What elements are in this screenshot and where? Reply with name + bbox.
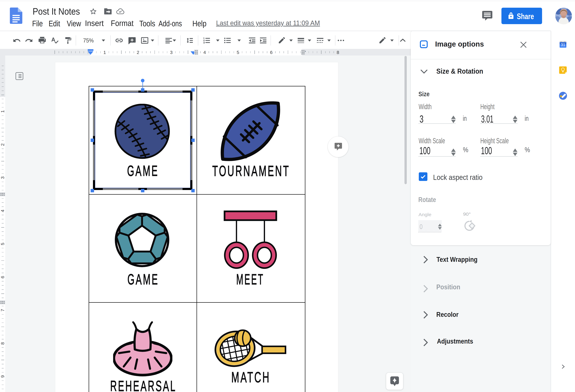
svg-text:31: 31 (561, 43, 565, 47)
